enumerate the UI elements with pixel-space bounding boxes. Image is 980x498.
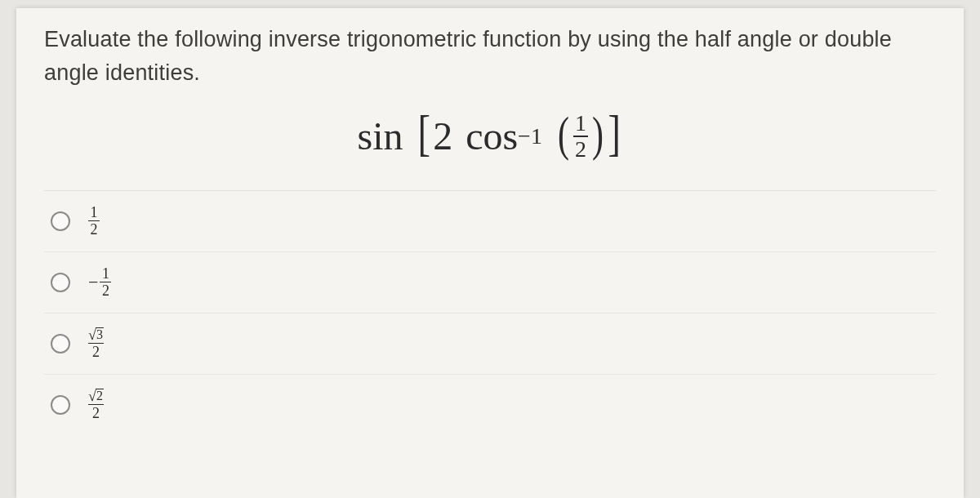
frac-num: 1 [573,112,588,136]
option-c[interactable]: √ 3 2 [44,313,936,375]
coef-2: 2 [433,117,452,156]
radio-icon[interactable] [51,334,70,353]
option-c-math: √ 3 2 [88,327,104,359]
left-paren: ( [558,114,569,153]
right-paren: ) [592,114,604,153]
answer-options: 1 2 − 1 2 [44,190,936,435]
equation: sin [ 2 cos −1 ( 1 2 ) ] [357,112,622,161]
left-bracket: [ [418,113,430,154]
radio-icon[interactable] [51,395,70,415]
option-d-math: √ 2 2 [88,389,104,420]
option-b[interactable]: − 1 2 [44,252,936,313]
equation-block: sin [ 2 cos −1 ( 1 2 ) ] [44,112,936,161]
option-a[interactable]: 1 2 [44,191,936,252]
question-prompt: Evaluate the following inverse trigonome… [44,23,936,89]
right-bracket: ] [608,113,620,154]
fn-sin: sin [357,117,403,156]
frac-den: 2 [573,137,588,161]
option-b-math: − 1 2 [88,266,111,298]
question-card: Evaluate the following inverse trigonome… [16,8,964,498]
option-d[interactable]: √ 2 2 [44,375,936,435]
fraction-one-half: 1 2 [573,112,588,161]
radio-icon[interactable] [51,273,70,292]
radio-icon[interactable] [51,211,70,231]
option-a-math: 1 2 [88,205,100,237]
fn-cos: cos [466,117,518,156]
